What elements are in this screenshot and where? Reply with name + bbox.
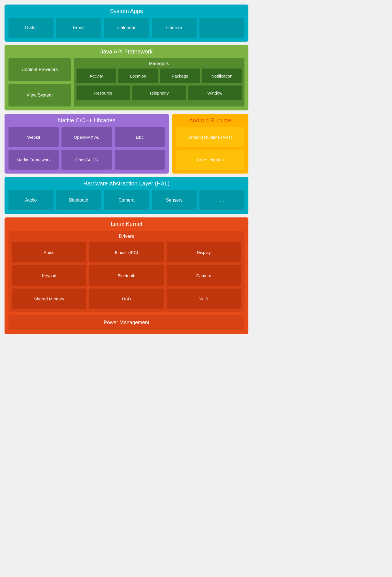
java-inner: Content Providers View System Managers A… — [8, 58, 244, 106]
mgr-resource: Resource — [76, 86, 130, 100]
java-api-layer: Java API Framework Content Providers Vie… — [5, 45, 248, 110]
hal-camera: Camera — [104, 190, 149, 210]
driver-binder: Binder (IPC) — [89, 242, 164, 262]
driver-camera: Camera — [167, 265, 241, 286]
hal-row: Audio Bluetooth Camera Sensors ... — [8, 190, 244, 210]
mgr-location: Location — [118, 69, 158, 83]
managers-row-1: Activity Location Package Notification — [76, 69, 242, 83]
mgr-package: Package — [160, 69, 200, 83]
drivers-title: Drivers — [12, 234, 241, 239]
app-dialer: Dialer — [8, 18, 54, 38]
system-apps-layer: System Apps Dialer Email Calendar Camera… — [5, 5, 248, 42]
managers-col: Managers Activity Location Package Notif… — [74, 58, 244, 106]
hal-sensors: Sensors — [152, 190, 197, 210]
native-media: Media Framework — [8, 150, 59, 170]
content-providers-box: Content Providers — [8, 58, 71, 81]
drivers-grid: Audio Binder (IPC) Display Keypad Blueto… — [12, 242, 241, 309]
content-providers-col: Content Providers View System — [8, 58, 71, 106]
hal-audio: Audio — [8, 190, 54, 210]
managers-grid: Activity Location Package Notification R… — [76, 69, 242, 100]
native-libc: Libc — [115, 127, 165, 147]
native-libs-title: Native C/C++ Libraries — [8, 117, 165, 124]
driver-wifi: WIFI — [167, 288, 241, 309]
system-apps-title: System Apps — [8, 8, 244, 14]
driver-shared-memory: Shared Memory — [12, 288, 86, 309]
mgr-notification: Notification — [202, 69, 242, 83]
hal-more: ... — [199, 190, 244, 210]
mgr-telephony: Telephony — [132, 86, 186, 100]
apps-row: Dialer Email Calendar Camera ... — [8, 18, 244, 38]
middle-row: Native C/C++ Libraries Webkit OpenMAX AL… — [5, 114, 248, 174]
app-calendar: Calendar — [104, 18, 149, 38]
linux-kernel-layer: Linux Kernel Drivers Audio Binder (IPC) … — [5, 217, 248, 334]
managers-title: Managers — [76, 61, 242, 66]
native-webkit: Webkit — [8, 127, 59, 147]
mgr-activity: Activity — [76, 69, 116, 83]
runtime-art: Android Runtime (ART) — [176, 127, 244, 147]
view-system-box: View System — [8, 84, 71, 106]
driver-audio: Audio — [12, 242, 86, 262]
app-email: Email — [56, 18, 101, 38]
managers-row-2: Resource Telephony Window — [76, 86, 242, 100]
driver-display: Display — [167, 242, 241, 262]
native-libs-layer: Native C/C++ Libraries Webkit OpenMAX AL… — [5, 114, 169, 174]
java-api-title: Java API Framework — [8, 48, 244, 55]
hal-bluetooth: Bluetooth — [56, 190, 101, 210]
android-runtime-title: Android Runtime — [176, 117, 244, 124]
app-camera: Camera — [152, 18, 197, 38]
native-opengl: OpenGL ES — [61, 150, 112, 170]
native-more: ... — [115, 150, 165, 170]
native-openmax: OpenMAX AL — [61, 127, 112, 147]
runtime-grid: Android Runtime (ART) Core Libraries — [176, 127, 244, 170]
driver-usb: USB — [89, 288, 164, 309]
hal-layer: Hardware Abstraction Layer (HAL) Audio B… — [5, 177, 248, 214]
power-management: Power Management — [8, 315, 244, 330]
driver-keypad: Keypad — [12, 265, 86, 286]
runtime-core-libs: Core Libraries — [176, 150, 244, 170]
android-runtime-layer: Android Runtime Android Runtime (ART) Co… — [172, 114, 248, 174]
driver-bluetooth: Bluetooth — [89, 265, 164, 286]
app-more: ... — [199, 18, 244, 38]
hal-title: Hardware Abstraction Layer (HAL) — [8, 180, 244, 187]
drivers-section: Drivers Audio Binder (IPC) Display Keypa… — [8, 231, 244, 312]
mgr-window: Window — [188, 86, 242, 100]
native-grid: Webkit OpenMAX AL Libc Media Framework O… — [8, 127, 165, 170]
linux-kernel-title: Linux Kernel — [8, 221, 244, 227]
